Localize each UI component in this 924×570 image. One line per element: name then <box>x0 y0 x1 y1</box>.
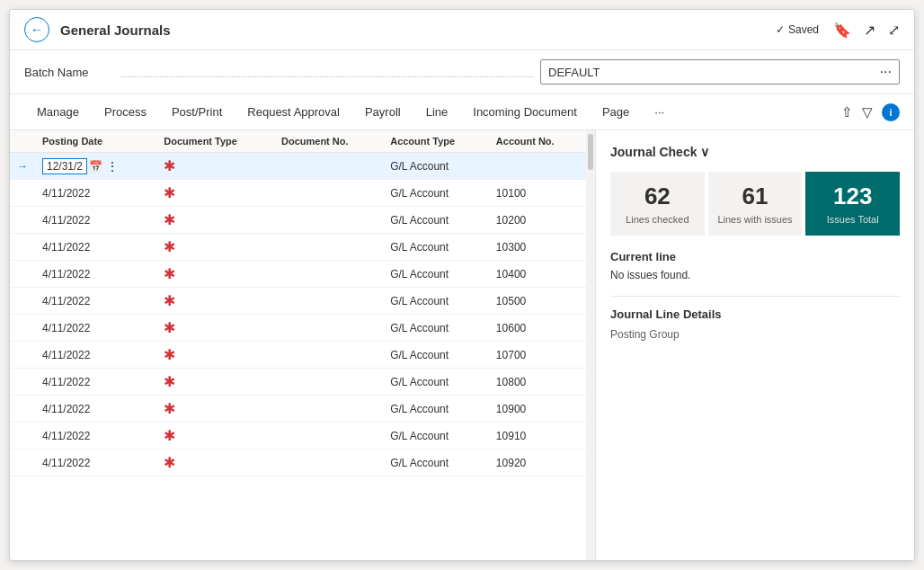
col-header-document-type[interactable]: Document Type <box>156 130 274 153</box>
table-row[interactable]: 4/11/2022 ✱ G/L Account 10800 <box>10 369 586 396</box>
col-header-account-type[interactable]: Account Type <box>383 130 489 153</box>
table-row[interactable]: 4/11/2022 ✱ G/L Account 10920 <box>10 450 586 476</box>
document-type-cell[interactable]: ✱ <box>156 261 274 288</box>
document-type-cell[interactable]: ✱ <box>156 288 274 315</box>
posting-date-cell: 4/11/2022 <box>35 207 156 234</box>
table-wrapper[interactable]: Posting Date Document Type Document No. … <box>10 130 586 560</box>
document-type-cell[interactable]: ✱ <box>156 450 274 476</box>
row-arrow <box>10 450 35 476</box>
posting-date-cell: 4/11/2022 <box>35 423 156 450</box>
main-content: Posting Date Document Type Document No. … <box>10 130 914 560</box>
row-arrow <box>10 207 35 234</box>
document-no-cell <box>274 234 383 261</box>
document-no-cell[interactable] <box>274 153 383 180</box>
table-scrollbar[interactable] <box>586 130 595 560</box>
main-window: ← General Journals ✓ Saved 🔖 ↗ ⤢ Batch N… <box>9 9 915 561</box>
account-no-cell: 10300 <box>489 234 586 261</box>
table-row[interactable]: 4/11/2022 ✱ G/L Account 10900 <box>10 396 586 423</box>
posting-date-cell[interactable]: 12/31/2 📅 ⋮ <box>35 153 156 180</box>
menu-item-more[interactable]: ··· <box>642 98 677 126</box>
account-type-cell: G/L Account <box>383 288 489 315</box>
title-bar-left: ← General Journals <box>24 17 171 42</box>
account-no-cell: 10900 <box>489 396 586 423</box>
row-arrow <box>10 369 35 396</box>
document-type-cell[interactable]: ✱ <box>156 180 274 207</box>
back-button[interactable]: ← <box>24 17 49 42</box>
account-type-cell: G/L Account <box>383 315 489 342</box>
table-row[interactable]: 4/11/2022 ✱ G/L Account 10500 <box>10 288 586 315</box>
account-no-cell: 10200 <box>489 207 586 234</box>
resize-icon[interactable]: ⤢ <box>888 22 900 39</box>
col-header-account-no[interactable]: Account No. <box>489 130 586 153</box>
col-header-document-no[interactable]: Document No. <box>274 130 383 153</box>
scroll-thumb[interactable] <box>588 134 593 170</box>
table-row[interactable]: 4/11/2022 ✱ G/L Account 10910 <box>10 423 586 450</box>
document-type-cell[interactable]: ✱ <box>156 369 274 396</box>
table-row[interactable]: → 12/31/2 📅 ⋮ ✱ G/L Account <box>10 153 586 180</box>
document-type-cell[interactable]: ✱ <box>156 153 274 180</box>
date-input[interactable]: 12/31/2 <box>42 158 87 174</box>
export-icon[interactable]: ⇧ <box>841 104 853 120</box>
col-header-indicator <box>10 130 35 153</box>
calendar-icon[interactable]: 📅 <box>89 160 102 173</box>
document-no-cell <box>274 450 383 476</box>
batch-name-label: Batch Name <box>24 66 114 79</box>
table-row[interactable]: 4/11/2022 ✱ G/L Account 10700 <box>10 342 586 369</box>
table-row[interactable]: 4/11/2022 ✱ G/L Account 10300 <box>10 234 586 261</box>
batch-more-button[interactable]: ··· <box>880 64 892 80</box>
document-type-cell[interactable]: ✱ <box>156 315 274 342</box>
lines-with-issues-value: 61 <box>742 183 769 210</box>
account-type-cell: G/L Account <box>383 369 489 396</box>
menu-right-icons: ⇧ ▽ i <box>841 103 900 121</box>
menu-item-payroll[interactable]: Payroll <box>352 98 413 126</box>
col-header-posting-date[interactable]: Posting Date <box>35 130 156 153</box>
lines-with-issues-card[interactable]: 61 Lines with issues <box>708 172 803 236</box>
issues-total-card[interactable]: 123 Issues Total <box>805 172 900 236</box>
bookmark-icon[interactable]: 🔖 <box>833 22 851 39</box>
posting-date-cell: 4/11/2022 <box>35 369 156 396</box>
back-icon: ← <box>31 22 43 37</box>
document-type-cell[interactable]: ✱ <box>156 234 274 261</box>
table-row[interactable]: 4/11/2022 ✱ G/L Account 10600 <box>10 315 586 342</box>
share-icon[interactable]: ↗ <box>864 22 875 39</box>
document-no-cell <box>274 342 383 369</box>
posting-date-cell: 4/11/2022 <box>35 450 156 476</box>
journal-table: Posting Date Document Type Document No. … <box>10 130 586 476</box>
document-type-cell[interactable]: ✱ <box>156 396 274 423</box>
row-options-icon[interactable]: ⋮ <box>106 159 119 174</box>
table-row[interactable]: 4/11/2022 ✱ G/L Account 10200 <box>10 207 586 234</box>
stats-row: 62 Lines checked 61 Lines with issues 12… <box>610 172 900 236</box>
chevron-down-icon[interactable]: ∨ <box>700 145 709 159</box>
posting-date-cell: 4/11/2022 <box>35 288 156 315</box>
document-type-cell[interactable]: ✱ <box>156 342 274 369</box>
table-row[interactable]: 4/11/2022 ✱ G/L Account 10100 <box>10 180 586 207</box>
filter-icon[interactable]: ▽ <box>862 104 873 120</box>
lines-checked-card[interactable]: 62 Lines checked <box>610 172 705 236</box>
menu-item-incoming-document[interactable]: Incoming Document <box>460 98 590 126</box>
info-icon[interactable]: i <box>882 103 900 121</box>
row-arrow <box>10 342 35 369</box>
document-no-cell <box>274 369 383 396</box>
account-type-cell: G/L Account <box>383 450 489 476</box>
row-arrow <box>10 288 35 315</box>
document-type-cell[interactable]: ✱ <box>156 207 274 234</box>
document-no-cell <box>274 315 383 342</box>
account-no-cell: 10910 <box>489 423 586 450</box>
table-row[interactable]: 4/11/2022 ✱ G/L Account 10400 <box>10 261 586 288</box>
table-area: Posting Date Document Type Document No. … <box>10 130 586 560</box>
menu-item-post-print[interactable]: Post/Print <box>159 98 235 126</box>
row-arrow <box>10 396 35 423</box>
menu-bar: Manage Process Post/Print Request Approv… <box>10 94 914 130</box>
menu-item-request-approval[interactable]: Request Approval <box>235 98 352 126</box>
menu-item-process[interactable]: Process <box>92 98 159 126</box>
account-no-cell: 10500 <box>489 288 586 315</box>
document-type-cell[interactable]: ✱ <box>156 423 274 450</box>
menu-item-page[interactable]: Page <box>590 98 642 126</box>
batch-input-wrapper[interactable]: DEFAULT ··· <box>540 59 900 85</box>
posting-group-label: Posting Group <box>610 328 900 341</box>
account-type-cell: G/L Account <box>383 396 489 423</box>
issues-total-label: Issues Total <box>827 214 879 225</box>
menu-item-manage[interactable]: Manage <box>24 98 92 126</box>
menu-item-line[interactable]: Line <box>413 98 461 126</box>
current-line-title: Current line <box>610 250 900 263</box>
